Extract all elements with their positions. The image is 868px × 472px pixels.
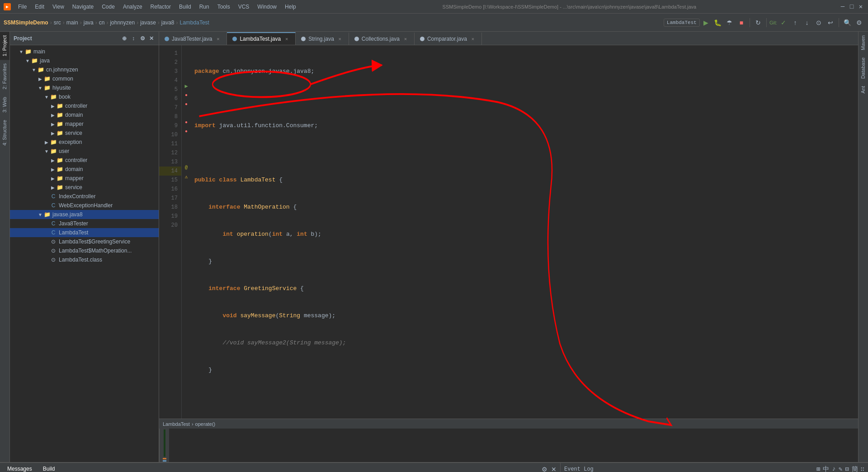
tree-lambdatest-math[interactable]: ▶ ⊙ LambdaTest$MathOperation... (10, 246, 159, 255)
project-panel-header: Project ⊕ ↕ ⚙ ✕ (10, 32, 159, 45)
tree-controller-user[interactable]: ▶ 📁 controller (10, 156, 159, 165)
folder-icon-ctrl-book: 📁 (56, 102, 63, 110)
tree-index-controller[interactable]: ▶ C IndexController (10, 192, 159, 201)
close-panel-icon[interactable]: ✕ (148, 35, 155, 42)
tree-lambdatest-greeting[interactable]: ▶ ⊙ LambdaTest$GreetingService (10, 237, 159, 246)
settings-icon[interactable]: ⚙ (139, 35, 146, 42)
menu-analyze[interactable]: Analyze (119, 3, 146, 11)
tab-close-java8tester[interactable]: × (215, 36, 221, 42)
event-log-icons: ⊞ 中 ♪ ✎ ⊟ 簡 ∷ (816, 465, 864, 472)
tree-book[interactable]: ▼ 📁 book (10, 92, 159, 101)
tree-common[interactable]: ▶ 📁 common (10, 74, 159, 83)
git-check-button[interactable]: ✓ (778, 17, 789, 28)
sync-icon[interactable]: ⊕ (121, 35, 128, 42)
menu-file[interactable]: File (14, 3, 30, 11)
settings-button[interactable]: ⚙ (854, 17, 864, 28)
event-simple-icon[interactable]: 簡 (852, 465, 858, 472)
tab-collections[interactable]: Collections.java × (349, 32, 415, 45)
tree-mapper-user[interactable]: ▶ 📁 mapper (10, 174, 159, 183)
tab-close-lambdatest[interactable]: × (283, 36, 290, 42)
menu-vcs[interactable]: VCS (235, 3, 253, 11)
tree-service-book[interactable]: ▶ 📁 service (10, 129, 159, 138)
git-push-button[interactable]: ↑ (790, 17, 801, 28)
tree-mapper-book[interactable]: ▶ 📁 mapper (10, 119, 159, 129)
menu-run[interactable]: Run (196, 3, 213, 11)
tree-domain-book[interactable]: ▶ 📁 domain (10, 110, 159, 119)
tab-string[interactable]: String.java × (296, 32, 349, 45)
messages-close-btn[interactable]: ✕ (551, 466, 557, 472)
gutter-5[interactable]: ▶ (182, 81, 191, 91)
menu-refactor[interactable]: Refactor (147, 3, 175, 11)
git-pull-button[interactable]: ↓ (802, 17, 812, 28)
tab-java8tester[interactable]: Java8Tester.java × (159, 32, 227, 45)
sidebar-tab-favorites[interactable]: 2: Favorites (0, 60, 9, 93)
sidebar-tab-structure[interactable]: 4: Structure (0, 116, 9, 149)
run-arrow-5[interactable]: ▶ (184, 83, 188, 90)
event-ch-icon[interactable]: 中 (823, 465, 829, 472)
close-button[interactable]: ✕ (857, 3, 864, 10)
right-sidebar (159, 429, 169, 462)
tab-close-string[interactable]: × (337, 36, 343, 42)
tree-controller-book[interactable]: ▶ 📁 controller (10, 101, 159, 110)
menu-edit[interactable]: Edit (31, 3, 48, 11)
tree-user[interactable]: ▼ 📁 user (10, 147, 159, 156)
collapse-icon[interactable]: ↕ (130, 35, 137, 42)
undo-button[interactable]: ↩ (825, 17, 836, 28)
menu-window[interactable]: Window (254, 3, 280, 11)
tab-close-collections[interactable]: × (402, 36, 409, 42)
tab-close-comparator[interactable]: × (470, 36, 476, 42)
code-content[interactable]: package cn.johnnyzen.javase.java8; impor… (191, 45, 858, 419)
tree-lambdatest-class[interactable]: ▶ ⊙ LambdaTest.class (10, 255, 159, 264)
event-tool-icon[interactable]: ⊟ (845, 465, 849, 472)
run-config-dropdown[interactable]: LambdaTest (664, 19, 700, 27)
maximize-button[interactable]: □ (848, 3, 855, 10)
tree-lambdatest[interactable]: ▶ C LambdaTest (10, 228, 159, 237)
ln-11: 11 (159, 139, 181, 148)
messages-tab[interactable]: Messages (4, 464, 36, 472)
tree-service-user[interactable]: ▶ 📁 service (10, 183, 159, 192)
tree-hiyusite[interactable]: ▼ 📁 hiyusite (10, 83, 159, 92)
event-gear-icon[interactable]: ⊞ (816, 465, 820, 472)
tab-comparator[interactable]: Comparator.java × (415, 32, 482, 45)
tree-cn-johnnyzen[interactable]: ▼ 📁 cn.johnnyzen (10, 65, 159, 74)
minimize-button[interactable]: ─ (839, 3, 846, 10)
event-colon-icon[interactable]: ∷ (861, 465, 864, 472)
tree-javase-java8[interactable]: ▼ 📁 javase.java8 (10, 210, 159, 219)
tree-java[interactable]: ▼ 📁 java (10, 56, 159, 65)
search-button[interactable]: 🔍 (842, 17, 853, 28)
tree-domain-user[interactable]: ▶ 📁 domain (10, 165, 159, 174)
menu-build[interactable]: Build (175, 3, 195, 11)
messages-settings-btn[interactable]: ⚙ (542, 466, 547, 472)
tree-java8tester[interactable]: ▶ C Java8Tester (10, 219, 159, 228)
sync-button[interactable]: ↻ (753, 17, 764, 28)
menu-help[interactable]: Help (281, 3, 300, 11)
database-tab[interactable]: Database (859, 54, 868, 82)
coverage-button[interactable]: ☂ (724, 17, 735, 28)
run-button[interactable]: ▶ (701, 17, 712, 28)
maven-tab[interactable]: Maven (859, 32, 868, 54)
sidebar-tab-web[interactable]: 3: Web (0, 93, 9, 116)
menu-code[interactable]: Code (98, 3, 118, 11)
ant-tab[interactable]: Ant (859, 82, 868, 97)
debug-button[interactable]: 🐛 (712, 17, 723, 28)
build-tab[interactable]: Build (39, 464, 59, 472)
gutter-4 (182, 72, 191, 81)
menu-navigate[interactable]: Navigate (69, 3, 97, 11)
event-pencil-icon[interactable]: ✎ (839, 465, 842, 472)
tab-lambdatest[interactable]: LambdaTest.java × (227, 32, 296, 45)
tree-main[interactable]: ▼ 📁 main (10, 47, 159, 56)
ln-9: 9 (159, 121, 181, 130)
folder-icon-service-user: 📁 (56, 184, 63, 191)
editor-container: 1 2 3 4 5 6 7 8 9 10 11 12 13 14 15 16 1 (159, 45, 858, 429)
stop-button[interactable]: ■ (736, 17, 747, 28)
event-music-icon[interactable]: ♪ (832, 465, 835, 472)
git-history-button[interactable]: ⊙ (813, 17, 824, 28)
tree-web-exception[interactable]: ▶ C WebExceptionHandler (10, 201, 159, 210)
breadcrumb-class: LambdaTest (163, 421, 190, 427)
tree-exception[interactable]: ▶ 📁 exception (10, 138, 159, 147)
code-editor[interactable]: 1 2 3 4 5 6 7 8 9 10 11 12 13 14 15 16 1 (159, 45, 858, 419)
menu-tools[interactable]: Tools (214, 3, 234, 11)
sidebar-tab-project[interactable]: 1: Project (0, 32, 9, 60)
menu-view[interactable]: View (49, 3, 68, 11)
ln-5: 5 (159, 85, 181, 94)
